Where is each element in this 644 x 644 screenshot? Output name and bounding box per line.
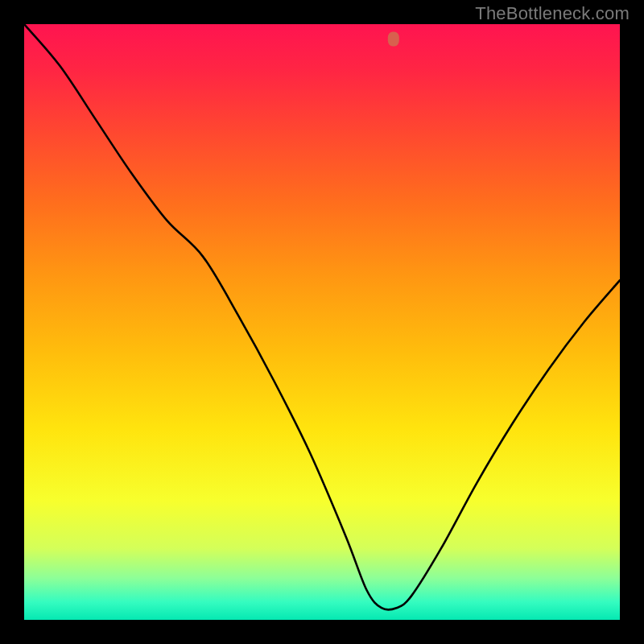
plot-area	[24, 24, 620, 620]
optimum-marker	[388, 32, 399, 47]
watermark-text: TheBottleneck.com	[475, 3, 630, 24]
chart-frame: TheBottleneck.com	[0, 0, 644, 644]
gradient-background	[24, 24, 620, 620]
chart-svg	[24, 24, 620, 620]
